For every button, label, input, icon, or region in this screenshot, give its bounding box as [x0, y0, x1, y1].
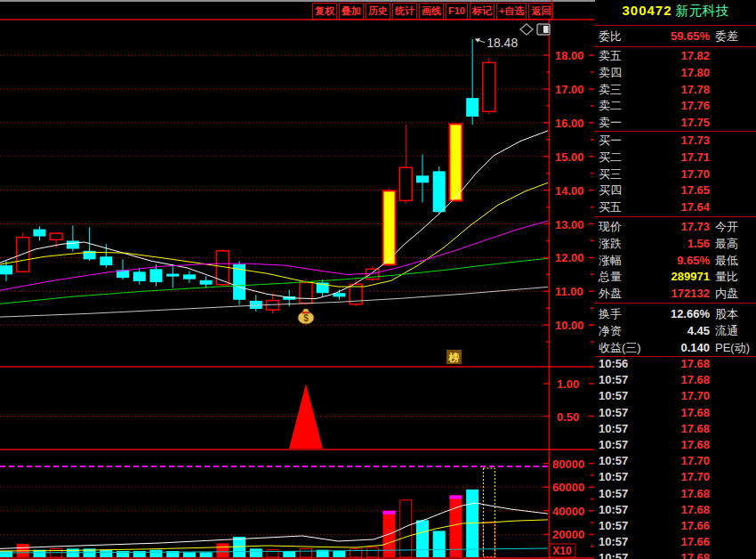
divider: [595, 303, 756, 304]
svg-text:X10: X10: [552, 545, 572, 557]
tick-price: 17.70: [680, 388, 710, 404]
stat2-0-right-label: 股本: [715, 305, 738, 322]
price-gridlines: [0, 55, 548, 325]
tick-price: 17.66: [680, 518, 710, 534]
stat2-0-label: 换手: [599, 305, 622, 322]
svg-text:15.00: 15.00: [555, 150, 584, 164]
svg-text:17.00: 17.00: [555, 83, 584, 96]
tick-time: 10:57: [599, 502, 628, 518]
volume-bars: [0, 468, 495, 557]
bid-3-label: 买三: [599, 166, 622, 182]
svg-text:1.00: 1.00: [557, 377, 579, 391]
ask-1-label: 卖一: [599, 114, 622, 131]
tick-row: 10:5717.66: [595, 534, 756, 550]
ask-1: 卖一17.75: [595, 114, 756, 131]
ask-2: 卖二17.76: [595, 97, 756, 114]
svg-text:13.00: 13.00: [555, 218, 584, 231]
tick-row: 10:5717.68: [595, 372, 756, 388]
svg-text:榜: 榜: [448, 352, 460, 364]
stat2-2: 收益(三)0.140PE(动): [595, 339, 756, 356]
tick-price: 17.68: [680, 437, 710, 453]
weicha-label: 委差: [715, 28, 738, 45]
tick-time: 10:57: [599, 469, 628, 485]
signal-panel: [289, 384, 323, 449]
ask-3: 卖三17.78: [595, 81, 756, 98]
tick-row: 10:5717.68: [595, 437, 756, 453]
tick-price: 17.70: [680, 453, 710, 469]
stock-code: 300472: [622, 3, 672, 18]
diamond-marker-icon[interactable]: [520, 24, 533, 35]
volume-axis-labels: 80000600004000020000: [552, 458, 584, 542]
tick-time: 10:57: [599, 437, 628, 453]
tick-price: 17.68: [680, 356, 710, 372]
stat2-0-value: 12.66%: [671, 305, 710, 322]
bid-4-label: 买四: [599, 182, 622, 198]
tick-time: 10:57: [599, 534, 628, 550]
stat-总量-label: 总量: [599, 268, 622, 285]
svg-text:14.00: 14.00: [555, 184, 584, 198]
tick-price: 17.68: [680, 550, 710, 559]
stat-涨跌-right-label: 最高: [715, 235, 738, 252]
stat2-2-label: 收益(三): [599, 339, 641, 356]
ask-2-label: 卖二: [599, 97, 622, 114]
ask-5-value: 17.82: [680, 47, 710, 64]
tick-row: 10:5717.68: [595, 502, 756, 518]
tick-row: 10:5717.66: [595, 518, 756, 534]
red-triangle-marker: [289, 384, 323, 449]
tick-trade-list[interactable]: 10:5617.6810:5717.6810:5717.7010:5717.68…: [595, 356, 756, 559]
money-bag-icon: $: [298, 309, 314, 324]
ask-4-label: 卖四: [599, 64, 622, 81]
tick-price: 17.68: [680, 502, 710, 518]
tick-row: 10:5617.68: [595, 356, 756, 372]
chart-svg[interactable]: 18.48$榜18.0017.0016.0015.0014.0013.0012.…: [0, 0, 594, 559]
svg-text:60000: 60000: [552, 481, 584, 494]
stat-总量-right-label: 量比: [715, 268, 738, 285]
svg-text:10.00: 10.00: [555, 319, 584, 332]
svg-text:80000: 80000: [552, 458, 584, 471]
stat-涨幅-label: 涨幅: [599, 252, 622, 269]
tick-price: 17.68: [680, 486, 710, 502]
bang-badge[interactable]: 榜: [446, 350, 462, 364]
stat-外盘-right-label: 内盘: [715, 285, 738, 302]
stock-name: 新元科技: [676, 3, 729, 18]
tick-row: 10:5717.70: [595, 469, 756, 485]
svg-text:20000: 20000: [552, 528, 584, 541]
ask-4: 卖四17.80: [595, 64, 756, 81]
bid-2: 买二17.71: [595, 149, 756, 166]
price-axis-labels: 18.0017.0016.0015.0014.0013.0012.0011.00…: [555, 49, 584, 332]
bid-1: 买一17.73: [595, 132, 756, 149]
split-view-icon[interactable]: [537, 24, 550, 35]
tick-time: 10:56: [599, 356, 628, 372]
tick-row: 10:5717.70: [595, 388, 756, 404]
divider: [595, 25, 756, 26]
tick-time: 10:57: [599, 453, 628, 469]
stat-涨幅-value: 9.65%: [677, 252, 710, 269]
tick-row: 10:5717.68: [595, 421, 756, 437]
bid-2-value: 17.71: [680, 149, 710, 166]
chart-area[interactable]: 18.48$榜18.0017.0016.0015.0014.0013.0012.…: [0, 0, 594, 559]
stat2-1-label: 净资: [599, 322, 622, 339]
stat-涨幅-right-label: 最低: [715, 252, 738, 269]
stat-涨跌-value: 1.56: [688, 235, 710, 252]
tick-price: 17.66: [680, 534, 710, 550]
limit-up-candle: [383, 190, 396, 264]
tick-row: 10:5717.68: [595, 405, 756, 421]
stat-现价: 现价17.73今开: [595, 218, 756, 235]
ask-3-value: 17.78: [680, 81, 710, 98]
svg-text:18.48: 18.48: [487, 36, 518, 50]
tick-time: 10:57: [599, 405, 628, 421]
stat-外盘-value: 172132: [672, 285, 710, 302]
vol-ma-yellow: [0, 520, 548, 551]
tick-row: 10:5717.68: [595, 550, 756, 559]
bid-5-label: 买五: [599, 198, 622, 215]
high-price-annotation: 18.48: [475, 36, 518, 50]
stat-外盘: 外盘172132内盘: [595, 285, 756, 302]
bid-2-label: 买二: [599, 149, 622, 166]
svg-text:40000: 40000: [552, 505, 584, 518]
ask-5-label: 卖五: [599, 47, 622, 64]
limit-up-candle: [449, 124, 462, 200]
stat-现价-right-label: 今开: [715, 218, 738, 235]
stat2-1-value: 4.45: [688, 322, 710, 339]
stat-现价-value: 17.73: [680, 218, 710, 235]
bid-5: 买五17.64: [595, 198, 756, 215]
